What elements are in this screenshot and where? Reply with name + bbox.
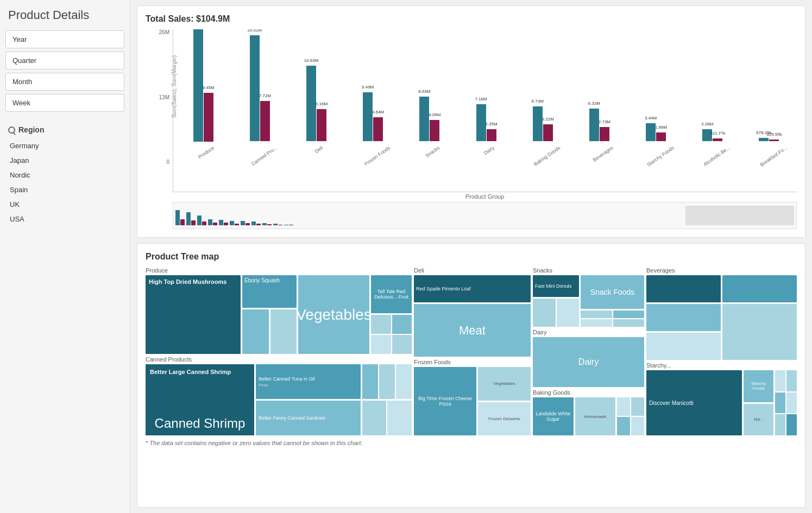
tm-cell-tell-tale[interactable]: Tell Tale Red Delcious... Fruit	[371, 275, 412, 313]
tm-tuna-label: Better Canned Tuna in Oil	[259, 376, 315, 382]
tm-cell-big-time[interactable]: Big Time Frozen Cheese Pizza	[414, 367, 476, 435]
tm-cell-snack-foods[interactable]: Snack Foods	[581, 275, 644, 309]
treemap-grid: Produce High Top Dried Mushrooms Ebony S…	[146, 267, 797, 435]
tm-better-large-label: Better Large Canned Shrimp	[150, 369, 231, 375]
region-header: Region	[5, 123, 124, 138]
tm-cell-vegetables[interactable]: Vegetables	[298, 275, 369, 354]
bar-produce-margin	[204, 93, 213, 142]
tm-cell-dairy[interactable]: Dairy	[533, 337, 644, 387]
tm-deli-label: Deli	[414, 267, 531, 274]
region-item-spain[interactable]: Spain	[5, 182, 124, 197]
tm-cell-landslide[interactable]: Landslide White Sugar	[533, 397, 574, 435]
mini-bar-starchy	[262, 206, 272, 225]
tm-tuna-row: Better Canned Tuna in Oil Peas	[256, 364, 412, 399]
tm-frozen-veg[interactable]: Vegetables	[478, 367, 531, 401]
tm-baking-label: Baking Goods	[533, 389, 644, 396]
bar-group-produce: 24.16M 9.45M Produce	[175, 29, 231, 164]
bar-canned-margin	[260, 101, 270, 141]
tm-dairy-label: Dairy	[533, 329, 644, 335]
tm-stl4[interactable]	[786, 392, 797, 414]
tm-st2[interactable]	[613, 311, 645, 318]
bar-frozen-margin	[373, 117, 383, 141]
bar-label-canned-margin: 7.72M	[259, 93, 271, 98]
month-button[interactable]: Month	[5, 73, 124, 91]
tm-deli-top: Red Spade Pimento Loaf	[414, 275, 531, 302]
region-item-germany[interactable]: Germany	[5, 138, 124, 153]
tm-tiny3[interactable]	[371, 335, 391, 354]
quarter-button[interactable]: Quarter	[5, 52, 124, 69]
year-button[interactable]: Year	[5, 30, 124, 48]
bar-snacks-sales	[419, 97, 429, 141]
mini-bar-breakfast	[284, 206, 293, 225]
mini-bar-baking	[241, 206, 250, 225]
bar-group-breakfast: 678.25k 329.95k Breakfast Fo...	[741, 138, 797, 164]
tm-bg4[interactable]	[631, 417, 644, 435]
x-axis-title: Product Group	[173, 193, 797, 200]
bar-label-deli-sales: 14.63M	[304, 58, 319, 63]
tm-bg3[interactable]	[617, 417, 630, 435]
tm-st4[interactable]	[613, 319, 645, 327]
tm-cell-better-large[interactable]: Better Large Canned Shrimp Canned Shrimp	[146, 364, 254, 435]
region-item-uk[interactable]: UK	[5, 197, 124, 212]
bar-group-starchy: 3.44M 1.66M Starchy Foods	[628, 123, 684, 164]
tm-meat-label: Meat	[459, 324, 486, 338]
tm-cs5[interactable]	[387, 401, 412, 435]
tm-frozen-desserts[interactable]: Frozen Desserts	[478, 402, 531, 436]
region-item-usa[interactable]: USA	[5, 212, 124, 226]
tm-cell-fast-mini[interactable]: Fast Mini Donuts	[533, 275, 579, 297]
mini-chart-scrollregion[interactable]	[685, 206, 794, 225]
tm-cs2[interactable]	[379, 364, 395, 399]
tm-bev4[interactable]	[722, 304, 797, 360]
region-item-nordic[interactable]: Nordic	[5, 168, 124, 182]
tm-cell-sm1[interactable]	[242, 309, 269, 354]
tm-starchy-sf[interactable]: Starchy Foods	[744, 370, 773, 402]
tm-bg1[interactable]	[617, 397, 630, 416]
tm-bev2[interactable]	[722, 275, 797, 302]
tm-cs4[interactable]	[362, 401, 387, 435]
tm-tiny4[interactable]	[392, 335, 412, 354]
tm-ebony-label: Ebony Squash	[244, 277, 280, 283]
tm-cell-homemade[interactable]: Homemade	[575, 397, 616, 435]
tm-bev3[interactable]	[646, 304, 721, 331]
mini-chart[interactable]	[173, 202, 797, 229]
tm-stl5[interactable]	[775, 414, 785, 435]
bar-bev-margin	[600, 127, 609, 141]
tm-st1[interactable]	[581, 311, 612, 318]
tm-cs3[interactable]	[396, 364, 412, 399]
mini-bar-frozen	[208, 206, 217, 225]
tm-bev5[interactable]	[646, 333, 721, 360]
bar-group-baking: 6.73M 3.22M Baking Goods	[515, 106, 570, 164]
bar-group-snacks: 8.63M 4.05M Snacks	[402, 97, 457, 164]
tm-cell-ebony[interactable]: Ebony Squash	[242, 275, 297, 308]
tm-tiny1[interactable]	[371, 315, 391, 334]
tm-cell-high-top[interactable]: High Top Dried Mushrooms	[146, 275, 241, 354]
bar-breakfast-margin	[769, 140, 779, 141]
tm-stl2[interactable]	[786, 370, 797, 391]
bar-dairy-sales	[476, 104, 486, 141]
tm-stl6[interactable]	[786, 414, 797, 435]
tm-stl3[interactable]	[775, 392, 785, 414]
tm-starchy-tiny	[775, 370, 797, 435]
tm-bg2[interactable]	[631, 397, 644, 416]
y-axis: 26M 13M 0	[146, 29, 173, 192]
tm-cell-meat[interactable]: Meat	[414, 304, 531, 357]
week-button[interactable]: Week	[5, 94, 124, 112]
tm-tiny2[interactable]	[392, 315, 412, 334]
tm-cell-tuna[interactable]: Better Canned Tuna in Oil Peas	[256, 364, 361, 399]
bar-label-breakfast-margin: 329.95k	[766, 132, 782, 137]
region-item-japan[interactable]: Japan	[5, 153, 124, 168]
tm-cell-discover[interactable]: Discover Manicotti	[646, 370, 742, 435]
tm-bev-label: Beverages	[646, 267, 797, 274]
bar-label-bev-margin: 2.73M	[599, 119, 610, 124]
tm-stl1[interactable]	[775, 370, 785, 391]
tm-st3[interactable]	[581, 319, 612, 327]
tm-bev1[interactable]	[646, 275, 721, 302]
tm-cell-sardines[interactable]: Better Fancy Canned Sardines	[256, 401, 361, 435]
tm-sn1[interactable]	[533, 299, 556, 327]
tm-cs1[interactable]	[362, 364, 378, 399]
tm-sn2[interactable]	[557, 299, 580, 327]
tm-cell-red-spade[interactable]: Red Spade Pimento Loaf	[414, 275, 531, 302]
tm-starchy-sm1[interactable]: Nut...	[744, 404, 773, 436]
tm-cell-sm2[interactable]	[270, 309, 297, 354]
tm-dairy-inner-label: Dairy	[578, 357, 599, 367]
